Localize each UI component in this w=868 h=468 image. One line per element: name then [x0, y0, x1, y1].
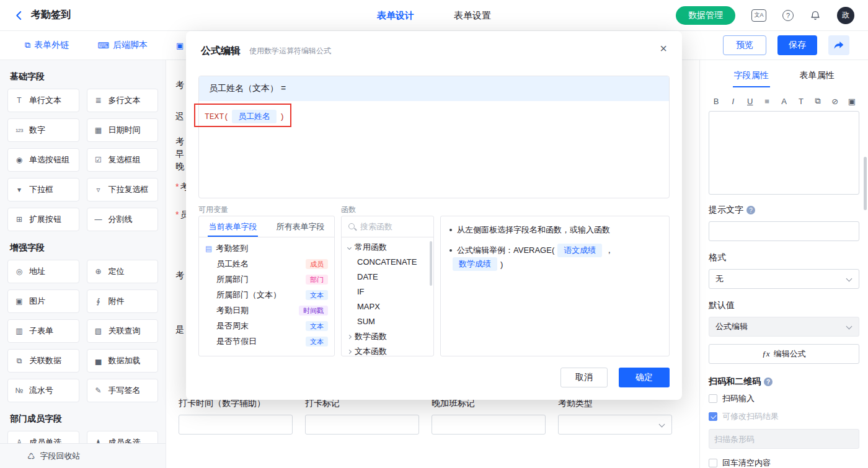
overtime-mark-input[interactable] [432, 415, 546, 435]
save-button[interactable]: 保存 [777, 35, 817, 55]
function-group-text[interactable]: 文本函数 [342, 344, 433, 356]
tab-form-design[interactable]: 表单设计 [377, 0, 414, 31]
function-item[interactable]: IF [342, 285, 433, 299]
form-external-link-button[interactable]: ⧉ 表单外链 [25, 40, 69, 51]
field-type-divider[interactable]: —分割线 [87, 208, 159, 231]
modal-footer: 取消 确定 [560, 368, 670, 387]
attendance-type-select[interactable] [558, 415, 672, 435]
hint-text-input[interactable] [709, 221, 859, 241]
share-button[interactable] [828, 35, 849, 55]
insert-image-icon[interactable]: ▣ [847, 97, 857, 106]
field-type-datetime[interactable]: ▦日期时间 [87, 118, 159, 142]
function-group-common[interactable]: 常用函数 [342, 240, 433, 255]
edit-formula-button[interactable]: ƒx 编辑公式 [709, 344, 859, 364]
divider-icon: — [93, 215, 104, 224]
field-type-serial-number[interactable]: №流水号 [7, 379, 79, 402]
field-type-checkbox-group[interactable]: ☑复选框组 [87, 148, 159, 172]
field-type-subform[interactable]: ▥子表单 [7, 319, 79, 343]
field-type-single-line-text[interactable]: T单行文本 [7, 89, 79, 112]
share-arrow-icon [834, 41, 844, 50]
function-item[interactable]: CONCATENATE [342, 255, 433, 270]
unlink-icon[interactable]: ⊘ [830, 97, 840, 106]
field-type-attachment[interactable]: ∮附件 [87, 289, 159, 313]
field-type-linked-query[interactable]: ▧关联查询 [87, 319, 159, 343]
field-type-dropdown[interactable]: ▾下拉框 [7, 178, 79, 201]
scan-input-option[interactable]: 扫码输入 [709, 393, 859, 404]
back-button[interactable] [14, 10, 25, 21]
font-color-icon[interactable]: A [779, 97, 789, 106]
field-type-data-load[interactable]: ▅数据加载 [87, 349, 159, 373]
field-type-extend-button[interactable]: ⊞扩展按钮 [7, 208, 79, 231]
field-type-signature[interactable]: ✎手写签名 [87, 379, 159, 402]
field-recycle-bin[interactable]: ♺ 字段回收站 [0, 443, 166, 468]
format-select[interactable]: 无 [709, 269, 859, 289]
function-group-label: 数学函数 [355, 331, 387, 342]
tab-form-settings[interactable]: 表单设置 [454, 0, 491, 31]
field-type-number[interactable]: 123数字 [7, 118, 79, 142]
preview-button[interactable]: 预览 [723, 35, 766, 55]
field-type-label: 下拉复选框 [108, 184, 149, 195]
checkbox-unchecked-icon[interactable] [709, 459, 717, 467]
help-circle-icon[interactable]: ? [764, 377, 773, 386]
cancel-button[interactable]: 取消 [560, 368, 608, 387]
italic-icon[interactable]: I [728, 97, 738, 106]
properties-panel: 字段属性 表单属性 B I U ≡ A T ⧉ ⊘ ▣ 提示文字 ? 格式 无 … [699, 60, 868, 468]
underline-icon[interactable]: U [745, 97, 755, 106]
function-group-math[interactable]: 数学函数 [342, 329, 433, 344]
form-root-node[interactable]: ▤ 考勤签到 [199, 241, 334, 256]
tool-link-label: 后端脚本 [113, 40, 148, 51]
variable-item[interactable]: 所属部门部门 [199, 272, 334, 287]
field-type-image[interactable]: ▣图片 [7, 289, 79, 313]
formula-input-area[interactable]: TEXT( 员工姓名 ) [199, 101, 669, 198]
function-search-input[interactable] [360, 222, 427, 231]
multi-dropdown-icon: ▿ [93, 185, 104, 194]
function-item[interactable]: SUM [342, 314, 433, 329]
variable-item[interactable]: 所属部门（文本）文本 [199, 287, 334, 302]
function-item[interactable]: DATE [342, 270, 433, 285]
confirm-button[interactable]: 确定 [619, 368, 670, 387]
tab-form-properties[interactable]: 表单属性 [799, 69, 836, 87]
font-size-icon[interactable]: T [796, 97, 806, 106]
default-value-select[interactable]: 公式编辑 [709, 317, 859, 337]
field-type-multi-dropdown[interactable]: ▿下拉复选框 [87, 178, 159, 201]
functions-scrollbar[interactable] [430, 241, 432, 286]
variable-item[interactable]: 是否周末文本 [199, 318, 334, 333]
backend-script-button[interactable]: ⌨ 后端脚本 [97, 40, 148, 51]
tab-field-properties[interactable]: 字段属性 [733, 69, 770, 87]
variable-item[interactable]: 员工姓名成员 [199, 256, 334, 272]
field-type-linked-data[interactable]: ⧉关联数据 [7, 349, 79, 373]
align-icon[interactable]: ≡ [762, 97, 772, 106]
scan-editable-option[interactable]: 可修改扫码结果 [709, 411, 859, 422]
enter-clear-option[interactable]: 回车清空内容 [709, 457, 859, 468]
data-manage-button[interactable]: 数据管理 [676, 6, 735, 25]
field-type-multi-line-text[interactable]: ≣多行文本 [87, 89, 159, 112]
tab-current-form-fields[interactable]: 当前表单字段 [199, 216, 267, 237]
panel-scrollbar[interactable] [864, 157, 867, 210]
help-circle-icon[interactable]: ? [746, 206, 755, 214]
function-item[interactable]: MAPX [342, 299, 433, 314]
checkbox-unchecked-icon[interactable] [709, 394, 717, 403]
chevron-right-icon [347, 334, 352, 338]
variable-item[interactable]: 考勤日期时间戳 [199, 302, 334, 318]
help-icon[interactable]: ? [782, 10, 794, 21]
address-icon: ◎ [14, 267, 25, 276]
variable-item[interactable]: 是否节假日文本 [199, 333, 334, 349]
field-type-radio-group[interactable]: ◉单选按钮组 [7, 148, 79, 172]
punch-mark-input[interactable] [305, 415, 419, 435]
user-avatar[interactable]: 政 [837, 7, 854, 24]
field-type-label: 流水号 [29, 385, 53, 396]
field-type-label: 分割线 [108, 214, 133, 225]
translate-icon[interactable]: 文A [751, 9, 766, 22]
notification-bell-icon[interactable] [810, 10, 821, 21]
checkbox-checked-icon[interactable] [709, 412, 717, 421]
link-icon[interactable]: ⧉ [813, 96, 823, 106]
close-icon[interactable]: × [660, 42, 667, 55]
field-label-fragment: 是 [175, 324, 184, 335]
field-type-address[interactable]: ◎地址 [7, 260, 79, 283]
bold-icon[interactable]: B [711, 97, 721, 106]
punch-time-input[interactable] [179, 415, 293, 435]
field-type-location[interactable]: ⊕定位 [87, 260, 159, 283]
calendar-icon: ▦ [93, 126, 104, 135]
description-richtext-area[interactable] [709, 111, 859, 195]
tab-all-form-fields[interactable]: 所有表单字段 [267, 216, 334, 237]
